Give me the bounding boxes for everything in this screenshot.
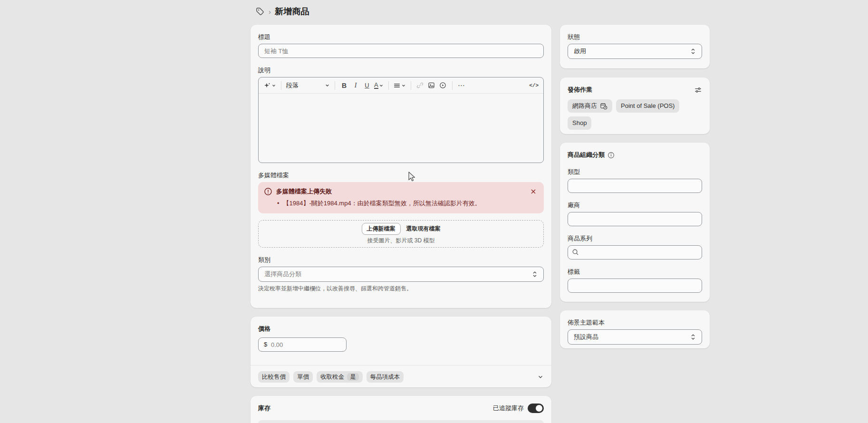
updown-chevrons-icon [690, 48, 696, 55]
currency-prefix: $ [264, 341, 267, 348]
media-label: 多媒體檔案 [258, 171, 544, 180]
publishing-card: 發佈作業 網路商店 Point [560, 77, 710, 134]
text-color-button[interactable]: A [373, 80, 385, 91]
chevron-down-icon[interactable] [537, 374, 544, 380]
alert-circle-icon [264, 187, 272, 196]
updown-chevrons-icon [690, 334, 696, 340]
tags-input[interactable] [568, 279, 702, 293]
page-title: 新增商品 [275, 6, 309, 17]
type-label: 類型 [568, 167, 702, 177]
calendar-clock-icon[interactable] [600, 102, 608, 110]
select-existing-file-button[interactable]: 選取現有檔案 [406, 225, 441, 233]
video-icon[interactable] [438, 80, 448, 91]
breadcrumb: › 新增商品 [255, 6, 309, 17]
updown-chevrons-icon [532, 271, 538, 278]
align-icon [394, 82, 401, 89]
divider [251, 365, 551, 365]
description-editor-body[interactable] [259, 94, 543, 163]
ai-sparkle-icon[interactable] [262, 80, 277, 91]
unit-price-chip[interactable]: 單價 [293, 371, 313, 383]
channel-badge-online-store: 網路商店 [568, 99, 612, 113]
error-title: 多媒體檔案上傳失敗 [276, 187, 525, 196]
status-select[interactable]: 啟用 [568, 44, 702, 59]
error-detail: • 【1984】-關於1984.mp4：由於檔案類型無效，所以無法確認影片有效。 [264, 199, 538, 208]
chevron-down-icon [271, 83, 276, 88]
italic-button[interactable]: I [350, 80, 361, 91]
media-dropzone[interactable]: 上傳新檔案 選取現有檔案 接受圖片、影片或 3D 模型 [258, 220, 544, 248]
charge-tax-chip[interactable]: 收取稅金 是 [317, 371, 363, 383]
inventory-tracked-toggle[interactable] [528, 404, 544, 413]
inventory-card: 庫存 已追蹤庫存 [251, 396, 551, 423]
status-card: 狀態 啟用 [560, 25, 710, 68]
chevron-down-icon [325, 83, 330, 88]
chevron-down-icon [401, 83, 406, 88]
status-label: 狀態 [568, 32, 702, 42]
pricing-card: 價格 $ 比較售價 單價 收取稅金 是 每品項成本 [251, 317, 551, 387]
title-input[interactable] [258, 44, 544, 58]
editor-toolbar: 段落 B I U A [259, 77, 543, 94]
theme-template-label: 佈景主題範本 [568, 318, 702, 327]
price-input[interactable] [258, 337, 347, 352]
inventory-title: 庫存 [258, 404, 270, 413]
sliders-icon[interactable] [694, 86, 702, 94]
cost-per-item-chip[interactable]: 每品項成本 [366, 371, 404, 383]
category-select[interactable]: 選擇商品分類 [258, 267, 544, 282]
media-accept-hint: 接受圖片、影片或 3D 模型 [367, 237, 434, 245]
charge-tax-value: 是 [347, 373, 359, 381]
tag-icon[interactable] [255, 7, 265, 16]
channel-badge-pos: Point of Sale (POS) [616, 99, 679, 113]
compare-at-price-chip[interactable]: 比較售價 [258, 371, 289, 383]
category-label: 類別 [258, 255, 544, 265]
theme-template-select[interactable]: 預設商品 [568, 329, 702, 345]
inventory-tracked-label: 已追蹤庫存 [493, 404, 524, 413]
inventory-table-header [258, 420, 544, 423]
channel-badge-shop: Shop [568, 116, 591, 130]
tags-label: 標籤 [568, 267, 702, 277]
info-icon[interactable] [608, 152, 615, 159]
search-icon [572, 249, 579, 256]
media-upload-error-banner: 多媒體檔案上傳失敗 • 【1984】-關於1984.mp4：由於檔案類型無效，所… [258, 182, 544, 213]
add-product-page: › 新增商品 標題 說明 段落 [0, 0, 868, 423]
image-icon[interactable] [426, 80, 437, 91]
alignment-button[interactable] [393, 80, 407, 91]
product-details-card: 標題 說明 段落 B I U [251, 25, 551, 308]
collections-input[interactable] [568, 245, 702, 260]
upload-new-file-button[interactable]: 上傳新檔案 [362, 223, 401, 235]
publishing-title: 發佈作業 [568, 85, 592, 95]
vendor-label: 廠商 [568, 201, 702, 210]
code-icon[interactable]: </> [528, 80, 540, 91]
pricing-collapsed-fields: 比較售價 單價 收取稅金 是 每品項成本 [258, 371, 544, 383]
vendor-input[interactable] [568, 212, 702, 226]
category-helper-text: 決定稅率並新增中繼欄位，以改善搜尋、篩選和跨管道銷售。 [258, 285, 544, 292]
pricing-title: 價格 [258, 324, 544, 334]
rich-text-editor: 段落 B I U A [258, 77, 544, 163]
underline-button[interactable]: U [362, 80, 372, 91]
close-icon[interactable] [529, 187, 538, 196]
link-icon [415, 80, 425, 91]
product-organization-card: 商品組織分類 類型 廠商 商品系列 [560, 143, 710, 302]
type-input[interactable] [568, 179, 702, 193]
bold-button[interactable]: B [339, 80, 349, 91]
sales-channel-badges: 網路商店 Point of Sale (POS) Shop [568, 99, 702, 130]
paragraph-style-dropdown[interactable]: 段落 [285, 81, 331, 90]
chevron-right-icon: › [269, 8, 271, 15]
organization-title: 商品組織分類 [568, 150, 605, 160]
collections-label: 商品系列 [568, 234, 702, 243]
title-label: 標題 [258, 32, 544, 42]
theme-template-card: 佈景主題範本 預設商品 [560, 310, 710, 348]
more-icon[interactable]: ⋯ [456, 80, 467, 91]
description-label: 說明 [258, 66, 544, 75]
chevron-down-icon [379, 83, 384, 88]
